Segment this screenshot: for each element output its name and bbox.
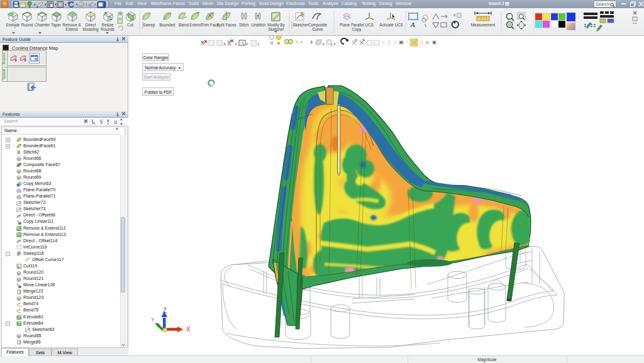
svg-text:Y: Y	[151, 316, 155, 323]
svg-text:X: X	[186, 326, 191, 333]
svg-text:S: S	[114, 120, 117, 125]
svg-text:A: A	[410, 21, 415, 28]
